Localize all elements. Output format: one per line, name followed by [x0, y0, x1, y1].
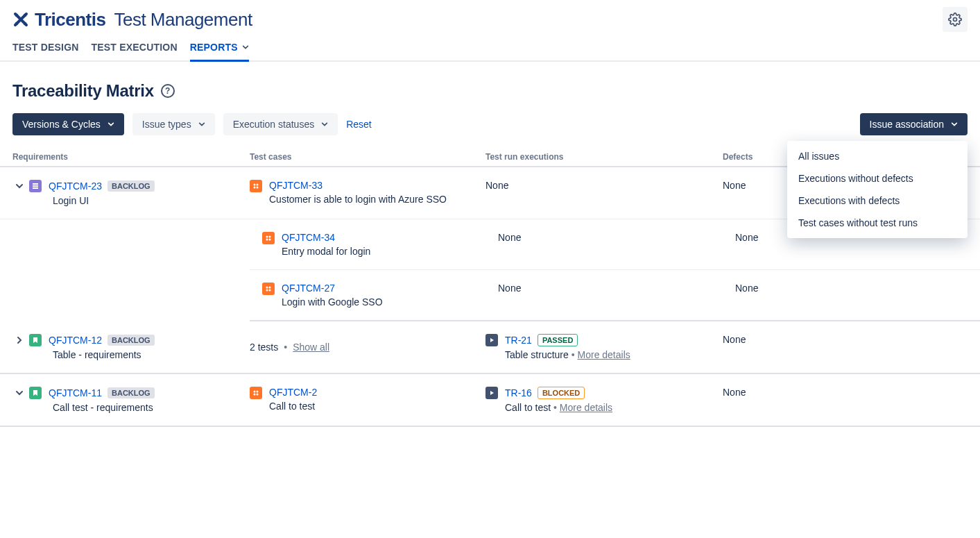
defects-none: None: [735, 232, 758, 243]
col-header-testcases: Test cases: [250, 152, 485, 162]
testcase-link[interactable]: QFJTCM-33: [269, 180, 447, 191]
testcase-title: Customer is able to login with Azure SSO: [269, 194, 447, 205]
testcase-title: Login with Google SSO: [282, 296, 383, 308]
testcase-icon: [262, 283, 275, 295]
svg-point-17: [269, 287, 271, 289]
separator-dot: •: [571, 349, 578, 360]
testcase-icon: [250, 387, 262, 399]
testrun-icon: [485, 387, 498, 399]
svg-point-20: [254, 391, 256, 393]
requirement-link[interactable]: QFJTCM-11: [49, 387, 102, 398]
svg-point-4: [954, 18, 957, 22]
testrun-link[interactable]: TR-21: [505, 335, 532, 346]
issue-assoc-option-no-testruns[interactable]: Test cases without test runs: [787, 212, 968, 234]
svg-rect-6: [33, 185, 38, 187]
defects-none: None: [723, 387, 746, 398]
brand-logo-icon: [12, 11, 29, 28]
status-badge: BACKLOG: [108, 180, 155, 192]
svg-point-12: [266, 236, 268, 238]
gear-icon: [948, 12, 962, 26]
expand-toggle[interactable]: [12, 336, 26, 344]
issue-assoc-option-with-defects[interactable]: Executions with defects: [787, 190, 968, 212]
versions-cycles-label: Versions & Cycles: [22, 119, 101, 130]
execution-statuses-label: Execution statuses: [233, 119, 315, 130]
svg-point-18: [266, 289, 268, 292]
exec-none: None: [498, 283, 521, 294]
testcase-link[interactable]: QFJTCM-27: [282, 283, 383, 294]
brand-text: Tricentis: [35, 9, 105, 31]
reset-filters-link[interactable]: Reset: [346, 119, 372, 130]
testcase-link[interactable]: QFJTCM-2: [269, 387, 317, 398]
execution-statuses-filter[interactable]: Execution statuses: [223, 113, 338, 135]
requirement-link[interactable]: QFJTCM-23: [49, 180, 102, 192]
svg-point-13: [269, 236, 271, 238]
issue-assoc-option-all[interactable]: All issues: [787, 145, 968, 167]
svg-point-2: [15, 22, 18, 25]
chevron-down-icon: [108, 121, 114, 128]
story-icon: [29, 334, 42, 346]
exec-none: None: [498, 232, 521, 243]
brand: Tricentis Test Management: [12, 9, 252, 31]
issue-assoc-option-without-defects[interactable]: Executions without defects: [787, 167, 968, 190]
settings-button[interactable]: [943, 7, 968, 32]
defects-none: None: [723, 334, 746, 345]
testrun-title: Call to test: [505, 402, 551, 413]
svg-rect-5: [33, 183, 38, 185]
help-button[interactable]: ?: [161, 84, 175, 98]
more-details-link[interactable]: More details: [578, 349, 630, 360]
requirement-title: Call test - requirements: [53, 402, 250, 413]
col-header-requirements: Requirements: [12, 152, 250, 162]
tab-reports-label: REPORTS: [190, 42, 238, 53]
more-details-link[interactable]: More details: [560, 402, 612, 413]
testcase-link[interactable]: QFJTCM-34: [282, 232, 370, 243]
svg-point-21: [257, 391, 259, 393]
chevron-down-icon: [951, 121, 958, 128]
requirement-link[interactable]: QFJTCM-12: [49, 335, 102, 346]
separator-dot: •: [284, 342, 287, 353]
issue-association-filter[interactable]: Issue association: [860, 113, 968, 135]
svg-point-15: [269, 239, 271, 241]
tab-reports[interactable]: REPORTS: [190, 42, 249, 62]
versions-cycles-filter[interactable]: Versions & Cycles: [12, 113, 124, 135]
issue-association-label: Issue association: [870, 119, 944, 130]
svg-point-8: [254, 184, 256, 186]
separator-dot: •: [553, 402, 560, 413]
testcase-title: Entry modal for login: [282, 246, 370, 257]
svg-point-16: [266, 287, 268, 289]
run-status-badge: PASSED: [538, 334, 578, 346]
tab-test-execution[interactable]: TEST EXECUTION: [92, 42, 178, 62]
svg-point-1: [24, 14, 26, 17]
svg-point-23: [257, 394, 259, 396]
exec-none: None: [485, 180, 508, 191]
status-badge: BACKLOG: [108, 387, 155, 398]
nav-tabs: TEST DESIGN TEST EXECUTION REPORTS: [0, 32, 980, 62]
svg-point-19: [269, 289, 271, 292]
page-title: Traceability Matrix: [12, 81, 154, 101]
status-badge: BACKLOG: [108, 335, 155, 346]
expand-toggle[interactable]: [12, 182, 26, 190]
issue-types-filter[interactable]: Issue types: [132, 113, 215, 135]
svg-point-14: [266, 239, 268, 241]
tab-test-design[interactable]: TEST DESIGN: [12, 42, 79, 62]
defects-none: None: [735, 283, 758, 294]
app-name: Test Management: [114, 9, 252, 31]
requirement-title: Login UI: [53, 195, 250, 206]
defects-none: None: [723, 180, 746, 191]
testcase-icon: [250, 180, 262, 192]
col-header-executions: Test run executions: [485, 152, 723, 162]
svg-point-22: [254, 394, 256, 396]
testrun-link[interactable]: TR-16: [505, 387, 532, 398]
svg-point-3: [24, 22, 26, 25]
tests-summary: 2 tests: [250, 342, 278, 353]
run-status-badge: BLOCKED: [538, 387, 585, 399]
show-all-link[interactable]: Show all: [293, 342, 329, 353]
chevron-down-icon: [242, 44, 249, 51]
chevron-down-icon: [321, 121, 328, 128]
expand-toggle[interactable]: [12, 389, 26, 397]
testcase-title: Call to test: [269, 401, 317, 412]
svg-point-9: [257, 184, 259, 186]
svg-point-11: [257, 187, 259, 189]
epic-icon: [29, 180, 42, 192]
svg-point-0: [15, 14, 18, 17]
testcase-icon: [262, 232, 275, 244]
